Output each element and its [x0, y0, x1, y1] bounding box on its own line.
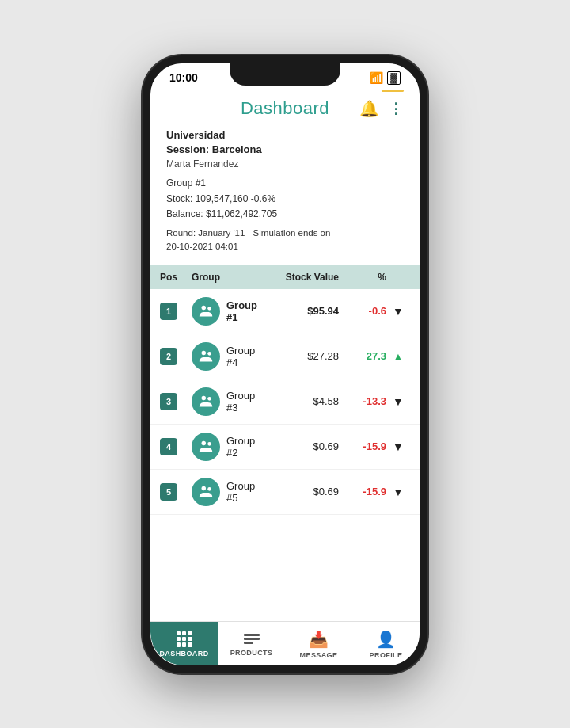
title-row: Dashboard 🔔 ⋮ [150, 92, 420, 122]
group-info: Group #1 Stock: 109,547,160 -0.6% Balanc… [166, 176, 404, 222]
title-icons: 🔔 ⋮ [359, 99, 404, 118]
group-name-5: Group #5 [226, 480, 260, 504]
nav-products[interactable]: PRODUCTS [218, 622, 285, 665]
svg-point-5 [207, 397, 211, 401]
group-cell-4: Group #2 [192, 433, 260, 461]
col-pct: % [339, 272, 386, 283]
pct-cell-4: -15.9 [339, 440, 386, 452]
nav-dashboard-label: DASHBOARD [159, 650, 208, 657]
arrow-cell-2: ▲ [386, 350, 410, 363]
battery-icon: ▓ [387, 71, 401, 86]
arrow-cell-1: ▼ [386, 305, 410, 318]
nav-profile-label: PROFILE [370, 651, 403, 659]
group-name-3: Group #3 [226, 390, 260, 414]
pos-badge-4: 4 [160, 438, 192, 455]
user-name: Marta Fernandez [166, 158, 404, 170]
pos-badge-1: 1 [160, 303, 192, 320]
stock-value-5: $0.69 [260, 486, 339, 497]
arrow-icon-2: ▲ [393, 350, 404, 363]
group-avatar-1 [192, 297, 220, 326]
col-stock: Stock Value [260, 272, 339, 283]
stock-value-1: $95.94 [260, 305, 339, 317]
info-block: Universidad Session: Barcelona Marta Fer… [150, 122, 420, 258]
nav-message[interactable]: 📥 MESSAGE [285, 622, 352, 665]
table-row[interactable]: 1 Group #1 $95.94 -0.6 ▼ [150, 289, 420, 334]
pos-badge-5: 5 [160, 483, 192, 501]
svg-point-2 [202, 350, 207, 355]
round-info: Round: January '11 - Simulation ends on … [166, 227, 404, 254]
col-pos: Pos [160, 272, 192, 283]
page-title: Dashboard [241, 98, 329, 119]
nav-profile[interactable]: 👤 PROFILE [352, 622, 420, 665]
status-icons: 📶 ▓ [370, 71, 401, 86]
nav-dashboard[interactable]: DASHBOARD [150, 622, 218, 665]
svg-point-4 [202, 395, 207, 400]
wifi-icon: 📶 [370, 71, 383, 84]
svg-point-0 [202, 305, 207, 310]
stock-value-2: $27.28 [260, 350, 339, 362]
arrow-icon-1: ▼ [393, 305, 404, 318]
pos-badge-3: 3 [160, 393, 192, 410]
pct-cell-2: 27.3 [339, 350, 386, 362]
phone-screen: 10:00 📶 ▓ Dashboard 🔔 ⋮ Universidad Sess… [150, 63, 420, 665]
col-group: Group [192, 272, 260, 283]
table-row[interactable]: 2 Group #4 $27.28 27.3 ▲ [150, 334, 420, 379]
arrow-cell-4: ▼ [386, 440, 410, 453]
table-body: 1 Group #1 $95.94 -0.6 ▼ 2 Group #4 $27.… [150, 289, 420, 621]
svg-point-8 [202, 486, 207, 490]
nav-products-label: PRODUCTS [230, 649, 273, 657]
group-name-2: Group #4 [226, 345, 260, 368]
group-name-1: Group #1 [226, 299, 260, 323]
table-row[interactable]: 3 Group #3 $4.58 -13.3 ▼ [150, 379, 420, 425]
status-time: 10:00 [169, 71, 198, 84]
group-avatar-2 [192, 342, 220, 371]
arrow-cell-3: ▼ [386, 395, 410, 408]
group-name-4: Group #2 [226, 435, 260, 459]
products-icon [244, 632, 260, 646]
profile-icon: 👤 [376, 630, 397, 649]
svg-point-1 [207, 307, 211, 311]
table-row[interactable]: 4 Group #2 $0.69 -15.9 ▼ [150, 425, 420, 470]
dashboard-icon [177, 631, 192, 647]
pct-cell-1: -0.6 [339, 305, 386, 317]
table-row[interactable]: 5 Group #5 $0.69 -15.9 ▼ [150, 470, 420, 515]
arrow-icon-3: ▼ [393, 395, 404, 408]
group-cell-1: Group #1 [192, 297, 260, 326]
bell-icon[interactable]: 🔔 [359, 99, 379, 118]
bottom-nav: DASHBOARD PRODUCTS 📥 MESSAGE 👤 PROFILE [150, 621, 420, 665]
group-cell-5: Group #5 [192, 478, 260, 506]
svg-point-3 [207, 352, 211, 356]
col-arrow [386, 272, 410, 283]
arrow-icon-5: ▼ [393, 486, 404, 498]
group-avatar-4 [192, 433, 220, 461]
stock-value-3: $4.58 [260, 395, 339, 407]
table-header: Pos Group Stock Value % [150, 265, 420, 289]
university-name: Universidad Session: Barcelona [166, 128, 404, 157]
more-menu-icon[interactable]: ⋮ [389, 100, 404, 117]
notch [230, 63, 340, 86]
pct-cell-3: -13.3 [339, 395, 386, 407]
group-avatar-3 [192, 387, 220, 416]
arrow-cell-5: ▼ [386, 486, 410, 498]
svg-point-9 [207, 487, 211, 491]
group-cell-2: Group #4 [192, 342, 260, 371]
group-avatar-5 [192, 478, 220, 506]
phone-frame: 10:00 📶 ▓ Dashboard 🔔 ⋮ Universidad Sess… [142, 55, 428, 673]
group-cell-3: Group #3 [192, 387, 260, 416]
svg-point-7 [207, 442, 211, 446]
message-icon: 📥 [309, 630, 329, 649]
pct-cell-5: -15.9 [339, 486, 386, 497]
svg-point-6 [202, 440, 207, 445]
arrow-icon-4: ▼ [393, 440, 404, 453]
nav-message-label: MESSAGE [300, 651, 338, 659]
pos-badge-2: 2 [160, 348, 192, 365]
stock-value-4: $0.69 [260, 440, 339, 452]
